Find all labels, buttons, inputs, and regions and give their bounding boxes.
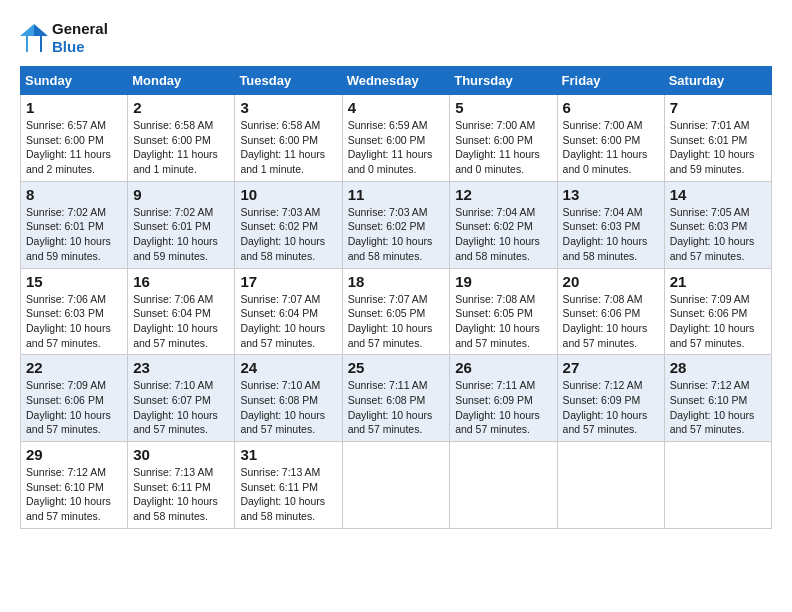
col-header-saturday: Saturday [664,67,771,95]
day-info: Sunrise: 7:08 AM Sunset: 6:05 PM Dayligh… [455,292,551,351]
calendar-day-12: 12Sunrise: 7:04 AM Sunset: 6:02 PM Dayli… [450,181,557,268]
day-info: Sunrise: 7:11 AM Sunset: 6:08 PM Dayligh… [348,378,445,437]
day-number: 23 [133,359,229,376]
calendar-day-13: 13Sunrise: 7:04 AM Sunset: 6:03 PM Dayli… [557,181,664,268]
day-number: 17 [240,273,336,290]
day-info: Sunrise: 7:03 AM Sunset: 6:02 PM Dayligh… [348,205,445,264]
calendar-day-6: 6Sunrise: 7:00 AM Sunset: 6:00 PM Daylig… [557,95,664,182]
calendar-day-23: 23Sunrise: 7:10 AM Sunset: 6:07 PM Dayli… [128,355,235,442]
day-info: Sunrise: 7:09 AM Sunset: 6:06 PM Dayligh… [670,292,766,351]
day-number: 9 [133,186,229,203]
calendar-week-row-4: 22Sunrise: 7:09 AM Sunset: 6:06 PM Dayli… [21,355,772,442]
logo: GeneralBlue [20,20,108,56]
calendar-day-17: 17Sunrise: 7:07 AM Sunset: 6:04 PM Dayli… [235,268,342,355]
day-info: Sunrise: 7:12 AM Sunset: 6:09 PM Dayligh… [563,378,659,437]
day-info: Sunrise: 7:03 AM Sunset: 6:02 PM Dayligh… [240,205,336,264]
day-number: 4 [348,99,445,116]
col-header-thursday: Thursday [450,67,557,95]
empty-cell [557,442,664,529]
calendar-day-29: 29Sunrise: 7:12 AM Sunset: 6:10 PM Dayli… [21,442,128,529]
day-info: Sunrise: 7:12 AM Sunset: 6:10 PM Dayligh… [26,465,122,524]
logo-text: GeneralBlue [52,20,108,56]
col-header-tuesday: Tuesday [235,67,342,95]
calendar-table: SundayMondayTuesdayWednesdayThursdayFrid… [20,66,772,529]
calendar-day-11: 11Sunrise: 7:03 AM Sunset: 6:02 PM Dayli… [342,181,450,268]
day-number: 2 [133,99,229,116]
calendar-day-8: 8Sunrise: 7:02 AM Sunset: 6:01 PM Daylig… [21,181,128,268]
calendar-day-20: 20Sunrise: 7:08 AM Sunset: 6:06 PM Dayli… [557,268,664,355]
day-info: Sunrise: 7:06 AM Sunset: 6:04 PM Dayligh… [133,292,229,351]
day-info: Sunrise: 7:00 AM Sunset: 6:00 PM Dayligh… [455,118,551,177]
calendar-day-4: 4Sunrise: 6:59 AM Sunset: 6:00 PM Daylig… [342,95,450,182]
calendar-day-27: 27Sunrise: 7:12 AM Sunset: 6:09 PM Dayli… [557,355,664,442]
day-number: 12 [455,186,551,203]
calendar-day-25: 25Sunrise: 7:11 AM Sunset: 6:08 PM Dayli… [342,355,450,442]
day-info: Sunrise: 7:02 AM Sunset: 6:01 PM Dayligh… [133,205,229,264]
calendar-day-7: 7Sunrise: 7:01 AM Sunset: 6:01 PM Daylig… [664,95,771,182]
col-header-sunday: Sunday [21,67,128,95]
day-number: 20 [563,273,659,290]
day-number: 6 [563,99,659,116]
day-number: 8 [26,186,122,203]
calendar-day-31: 31Sunrise: 7:13 AM Sunset: 6:11 PM Dayli… [235,442,342,529]
calendar-day-21: 21Sunrise: 7:09 AM Sunset: 6:06 PM Dayli… [664,268,771,355]
day-info: Sunrise: 6:59 AM Sunset: 6:00 PM Dayligh… [348,118,445,177]
day-number: 24 [240,359,336,376]
calendar-day-19: 19Sunrise: 7:08 AM Sunset: 6:05 PM Dayli… [450,268,557,355]
day-number: 11 [348,186,445,203]
day-info: Sunrise: 7:12 AM Sunset: 6:10 PM Dayligh… [670,378,766,437]
calendar-day-15: 15Sunrise: 7:06 AM Sunset: 6:03 PM Dayli… [21,268,128,355]
logo-icon [20,22,48,54]
day-number: 22 [26,359,122,376]
calendar-day-18: 18Sunrise: 7:07 AM Sunset: 6:05 PM Dayli… [342,268,450,355]
col-header-monday: Monday [128,67,235,95]
calendar-day-9: 9Sunrise: 7:02 AM Sunset: 6:01 PM Daylig… [128,181,235,268]
day-number: 18 [348,273,445,290]
day-number: 1 [26,99,122,116]
calendar-day-14: 14Sunrise: 7:05 AM Sunset: 6:03 PM Dayli… [664,181,771,268]
calendar-day-10: 10Sunrise: 7:03 AM Sunset: 6:02 PM Dayli… [235,181,342,268]
day-number: 15 [26,273,122,290]
calendar-day-5: 5Sunrise: 7:00 AM Sunset: 6:00 PM Daylig… [450,95,557,182]
calendar-week-row-2: 8Sunrise: 7:02 AM Sunset: 6:01 PM Daylig… [21,181,772,268]
day-number: 25 [348,359,445,376]
day-info: Sunrise: 6:57 AM Sunset: 6:00 PM Dayligh… [26,118,122,177]
calendar-day-26: 26Sunrise: 7:11 AM Sunset: 6:09 PM Dayli… [450,355,557,442]
day-number: 21 [670,273,766,290]
calendar-day-22: 22Sunrise: 7:09 AM Sunset: 6:06 PM Dayli… [21,355,128,442]
day-info: Sunrise: 7:10 AM Sunset: 6:07 PM Dayligh… [133,378,229,437]
day-number: 30 [133,446,229,463]
calendar-day-28: 28Sunrise: 7:12 AM Sunset: 6:10 PM Dayli… [664,355,771,442]
calendar-day-16: 16Sunrise: 7:06 AM Sunset: 6:04 PM Dayli… [128,268,235,355]
day-info: Sunrise: 6:58 AM Sunset: 6:00 PM Dayligh… [133,118,229,177]
svg-marker-0 [34,24,48,52]
logo-blue: Blue [52,38,108,56]
empty-cell [664,442,771,529]
day-info: Sunrise: 7:06 AM Sunset: 6:03 PM Dayligh… [26,292,122,351]
day-number: 31 [240,446,336,463]
day-info: Sunrise: 7:10 AM Sunset: 6:08 PM Dayligh… [240,378,336,437]
day-number: 10 [240,186,336,203]
calendar-week-row-3: 15Sunrise: 7:06 AM Sunset: 6:03 PM Dayli… [21,268,772,355]
day-info: Sunrise: 7:07 AM Sunset: 6:05 PM Dayligh… [348,292,445,351]
day-number: 19 [455,273,551,290]
day-info: Sunrise: 7:01 AM Sunset: 6:01 PM Dayligh… [670,118,766,177]
page-header: GeneralBlue [20,20,772,56]
day-info: Sunrise: 7:13 AM Sunset: 6:11 PM Dayligh… [240,465,336,524]
calendar-day-3: 3Sunrise: 6:58 AM Sunset: 6:00 PM Daylig… [235,95,342,182]
day-info: Sunrise: 7:05 AM Sunset: 6:03 PM Dayligh… [670,205,766,264]
day-number: 5 [455,99,551,116]
calendar-day-2: 2Sunrise: 6:58 AM Sunset: 6:00 PM Daylig… [128,95,235,182]
empty-cell [342,442,450,529]
calendar-week-row-5: 29Sunrise: 7:12 AM Sunset: 6:10 PM Dayli… [21,442,772,529]
day-number: 7 [670,99,766,116]
day-number: 3 [240,99,336,116]
day-number: 26 [455,359,551,376]
day-info: Sunrise: 7:00 AM Sunset: 6:00 PM Dayligh… [563,118,659,177]
logo-general: General [52,20,108,38]
day-info: Sunrise: 7:07 AM Sunset: 6:04 PM Dayligh… [240,292,336,351]
day-number: 28 [670,359,766,376]
day-info: Sunrise: 7:11 AM Sunset: 6:09 PM Dayligh… [455,378,551,437]
day-number: 13 [563,186,659,203]
col-header-friday: Friday [557,67,664,95]
